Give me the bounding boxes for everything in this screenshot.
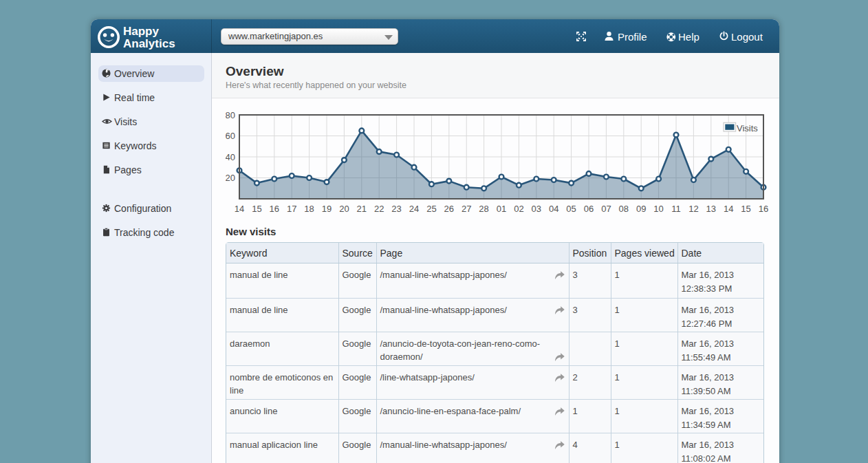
svg-text:27: 27 [462,204,471,214]
svg-text:24: 24 [409,204,419,214]
svg-text:15: 15 [252,204,261,214]
svg-text:20: 20 [226,173,235,183]
svg-text:28: 28 [479,204,488,214]
svg-text:10: 10 [653,204,663,214]
svg-text:14: 14 [724,204,733,214]
svg-text:08: 08 [619,204,629,214]
svg-text:07: 07 [601,204,611,214]
svg-text:13: 13 [706,204,716,214]
svg-text:40: 40 [226,152,235,162]
svg-text:Visits: Visits [737,123,758,133]
svg-text:03: 03 [532,204,541,214]
svg-text:01: 01 [497,204,506,214]
svg-text:25: 25 [426,204,436,214]
svg-text:19: 19 [322,204,332,214]
svg-text:18: 18 [304,204,314,214]
svg-text:21: 21 [357,204,367,214]
svg-text:04: 04 [549,204,558,214]
svg-text:22: 22 [374,204,384,214]
svg-text:06: 06 [584,204,594,214]
svg-text:09: 09 [636,204,646,214]
svg-text:05: 05 [566,204,576,214]
svg-text:15: 15 [741,204,750,214]
svg-text:02: 02 [514,204,523,214]
svg-text:20: 20 [339,204,349,214]
svg-text:16: 16 [270,204,279,214]
svg-text:23: 23 [391,204,401,214]
svg-text:12: 12 [688,204,698,214]
svg-text:16: 16 [759,204,768,214]
svg-text:26: 26 [444,204,454,214]
svg-text:11: 11 [671,204,681,214]
svg-text:17: 17 [287,204,296,214]
svg-text:14: 14 [235,204,244,214]
svg-text:80: 80 [226,110,235,120]
svg-text:60: 60 [226,131,235,141]
